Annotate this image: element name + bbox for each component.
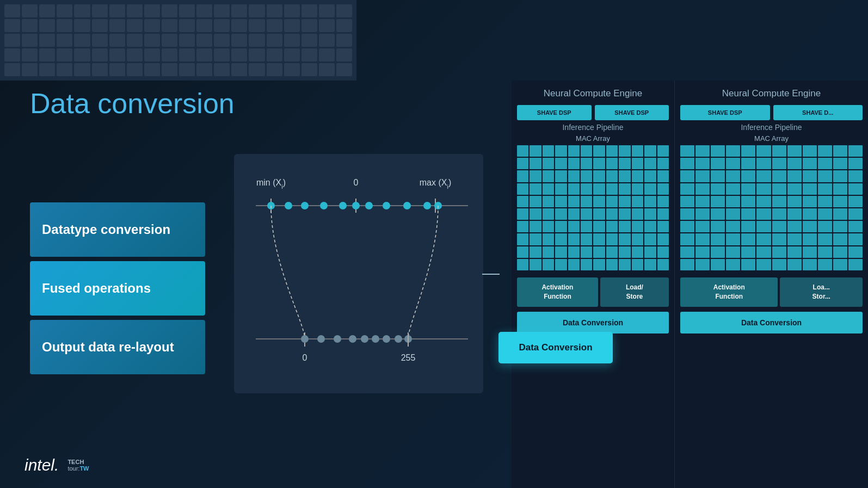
mac-cell xyxy=(619,170,630,182)
mac-cell xyxy=(632,183,643,195)
mac-cell xyxy=(756,170,771,182)
mac-cell xyxy=(695,145,710,157)
grid-cell xyxy=(144,63,160,76)
mac-cell xyxy=(530,259,541,270)
mac-cell xyxy=(619,208,630,220)
mac-cell xyxy=(568,221,580,232)
mac-cell xyxy=(644,246,656,258)
nce-left-mac-label: MAC Array xyxy=(517,134,669,143)
grid-cell xyxy=(284,63,300,76)
grid-cell xyxy=(57,4,72,17)
mac-cell xyxy=(644,208,656,220)
mac-cell xyxy=(530,158,541,169)
mac-cell xyxy=(568,246,580,258)
mac-cell xyxy=(787,183,802,195)
grid-cell xyxy=(284,48,300,61)
svg-point-22 xyxy=(361,335,368,343)
mac-cell xyxy=(581,158,592,169)
mac-cell xyxy=(818,196,832,207)
nce-left-shave-btn-1[interactable]: SHAVE DSP xyxy=(517,105,592,120)
grid-cell xyxy=(267,19,282,32)
nce-left-shave-btn-2[interactable]: SHAVE DSP xyxy=(595,105,669,120)
grid-cell xyxy=(301,4,317,17)
grid-cell xyxy=(319,4,335,17)
mac-cell xyxy=(741,208,755,220)
grid-cell xyxy=(57,48,72,61)
mac-cell xyxy=(787,145,802,157)
grid-cell xyxy=(127,34,143,47)
mac-cell xyxy=(711,183,725,195)
mac-cell xyxy=(818,246,832,258)
menu-item-output[interactable]: Output data re-layout xyxy=(30,320,205,374)
grid-cell xyxy=(127,48,143,61)
svg-point-19 xyxy=(317,335,325,343)
mac-cell xyxy=(741,233,755,245)
grid-cell xyxy=(109,4,125,17)
mac-cell xyxy=(772,145,786,157)
mac-cell xyxy=(803,183,817,195)
mac-cell xyxy=(581,170,592,182)
mac-cell xyxy=(833,221,847,232)
mac-cell xyxy=(833,145,847,157)
grid-cell xyxy=(144,19,160,32)
grid-cell xyxy=(57,34,72,47)
chart-y-zero-label: 0 xyxy=(303,353,307,362)
mac-cell xyxy=(772,196,786,207)
mac-cell xyxy=(593,158,605,169)
mac-cell xyxy=(726,158,740,169)
mac-cell xyxy=(568,208,580,220)
mac-cell xyxy=(772,158,786,169)
grid-cell xyxy=(249,4,264,17)
mac-cell xyxy=(644,259,656,270)
mac-cell xyxy=(833,246,847,258)
svg-point-10 xyxy=(365,202,373,209)
grid-cell xyxy=(231,19,247,32)
mac-cell xyxy=(606,233,618,245)
mac-cell xyxy=(555,170,567,182)
mac-cell xyxy=(543,221,554,232)
grid-cell xyxy=(214,63,230,76)
nce-right-shave-btn-2[interactable]: SHAVE D... xyxy=(773,105,863,120)
nce-right-bottom-boxes: ActivationFunction Loa...Stor... xyxy=(680,277,863,307)
mac-cell xyxy=(741,246,755,258)
mac-cell xyxy=(711,221,725,232)
grid-cell xyxy=(301,34,317,47)
grid-cell xyxy=(284,34,300,47)
mac-cell xyxy=(517,196,528,207)
nce-right-shave-btn-1[interactable]: SHAVE DSP xyxy=(680,105,770,120)
grid-cell xyxy=(57,19,72,32)
mac-cell xyxy=(632,208,643,220)
grid-cell xyxy=(39,4,55,17)
mac-cell xyxy=(726,196,740,207)
grid-cell xyxy=(92,4,108,17)
mac-cell xyxy=(606,221,618,232)
svg-point-24 xyxy=(383,335,390,343)
menu-item-fused[interactable]: Fused operations xyxy=(30,261,205,316)
mac-cell xyxy=(803,170,817,182)
mac-cell xyxy=(632,196,643,207)
grid-cell xyxy=(301,19,317,32)
mac-cell xyxy=(657,221,669,232)
svg-point-25 xyxy=(395,335,402,343)
mac-cell xyxy=(772,221,786,232)
grid-cell xyxy=(92,34,108,47)
mac-cell xyxy=(644,158,656,169)
grid-cell xyxy=(74,4,90,17)
mac-cell xyxy=(741,259,755,270)
mac-cell xyxy=(741,221,755,232)
mac-cell xyxy=(517,221,528,232)
top-grid: (function(){ const grid = document.query… xyxy=(0,0,356,81)
mac-cell xyxy=(581,183,592,195)
mac-cell xyxy=(644,145,656,157)
mac-cell xyxy=(593,170,605,182)
menu-item-datatype[interactable]: Datatype conversion xyxy=(30,202,205,257)
mac-cell xyxy=(568,145,580,157)
grid-cell xyxy=(92,19,108,32)
mac-cell xyxy=(644,233,656,245)
mac-cell xyxy=(680,233,694,245)
mac-cell xyxy=(833,208,847,220)
grid-cell xyxy=(231,34,247,47)
grid-cell xyxy=(92,48,108,61)
mac-cell xyxy=(517,208,528,220)
mac-cell xyxy=(543,145,554,157)
